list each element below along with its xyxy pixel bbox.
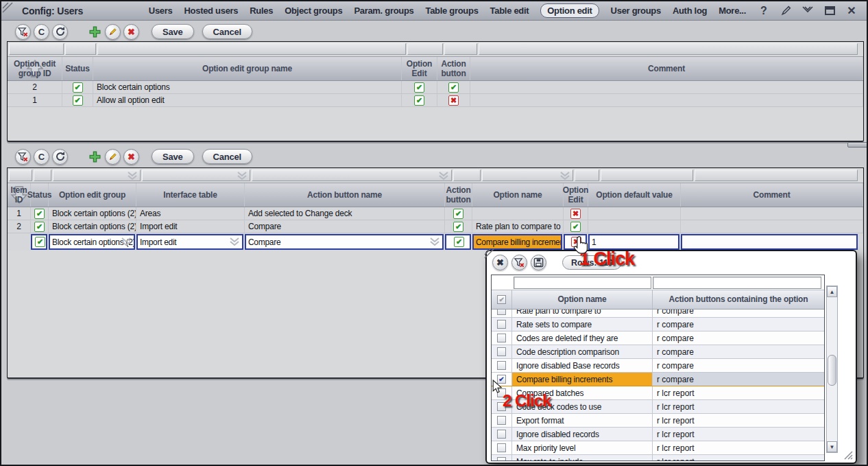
help-icon[interactable]: ?	[757, 4, 771, 18]
column-header-option-name[interactable]: Option name	[512, 290, 653, 309]
list-item[interactable]: Rate plan to compare tor compare	[492, 310, 824, 318]
column-header-action-button[interactable]: Action button	[445, 183, 472, 207]
menu-item-user-groups[interactable]: User groups	[611, 5, 661, 16]
list-item[interactable]: Rate sets to comparer compare	[492, 318, 824, 331]
list-item[interactable]: Ignore disabled Base recordsr compare	[492, 359, 824, 373]
chevron-down-icon[interactable]	[559, 172, 570, 180]
column-header-action-button[interactable]: Action button	[437, 57, 470, 80]
edit-default-value-input[interactable]: 1	[588, 234, 679, 250]
edit-icon[interactable]	[779, 4, 793, 18]
filter-cell[interactable]	[601, 170, 693, 181]
filter-cell[interactable]	[453, 170, 481, 181]
checkbox[interactable]	[497, 361, 506, 370]
menu-item-table-groups[interactable]: Table groups	[426, 5, 479, 16]
refresh-c-icon[interactable]: C	[34, 149, 49, 165]
list-item[interactable]: Export formatr lcr report	[492, 414, 824, 428]
list-item[interactable]: Max rate to includer lcr report	[492, 455, 824, 461]
filter-input[interactable]	[514, 277, 651, 289]
edit-option-name-select[interactable]: Compare billing increments	[472, 234, 562, 250]
list-item[interactable]: Code description comparisonr compare	[492, 345, 824, 359]
filter-cell[interactable]	[252, 170, 452, 181]
chevron-down-icon[interactable]	[127, 172, 138, 180]
chevron-down-icon[interactable]	[121, 237, 132, 246]
filter-cell[interactable]	[407, 43, 443, 55]
refresh-icon[interactable]	[52, 149, 68, 165]
checkbox[interactable]	[497, 443, 506, 452]
close-icon[interactable]: ✕	[845, 4, 858, 18]
chevron-down-icon[interactable]	[237, 172, 248, 180]
column-header-action-buttons[interactable]: Action buttons containing the option	[653, 290, 824, 309]
column-header-group[interactable]: Option edit group	[49, 183, 136, 207]
column-header-group-name[interactable]: Option edit group name	[93, 57, 402, 80]
edit-comment-input[interactable]	[681, 234, 858, 250]
checkbox[interactable]	[497, 320, 506, 329]
checkbox[interactable]	[497, 416, 506, 425]
column-header-option-edit[interactable]: Option Edit	[402, 57, 437, 80]
filter-cell[interactable]	[695, 170, 858, 181]
scroll-down-icon[interactable]: ▼	[827, 441, 837, 452]
window-icon[interactable]	[823, 4, 836, 18]
edit-status-checkbox[interactable]: ✔	[31, 234, 47, 250]
filter-cell[interactable]	[34, 170, 51, 181]
menu-item-option-edit[interactable]: Option edit	[540, 3, 599, 18]
column-header-status[interactable]: Status	[62, 57, 93, 80]
clear-filter-icon[interactable]	[15, 149, 31, 165]
edit-icon[interactable]	[105, 149, 121, 165]
list-item[interactable]: Ignore disabled recordsr lcr report	[492, 428, 824, 441]
cancel-button[interactable]: Cancel	[202, 24, 252, 39]
filter-cell[interactable]	[142, 170, 250, 181]
chevron-down-icon[interactable]	[429, 237, 440, 246]
dialog-resize-grip-icon[interactable]	[843, 450, 853, 460]
filter-cell[interactable]	[444, 43, 477, 55]
menu-item-param-groups[interactable]: Param. groups	[354, 5, 413, 16]
menu-item-more[interactable]: More...	[719, 5, 746, 16]
menu-item-auth-log[interactable]: Auth log	[673, 5, 707, 16]
save-button[interactable]: Save	[152, 24, 194, 39]
column-header-comment[interactable]: Comment	[681, 183, 863, 207]
column-header-option-edit[interactable]: Option Edit	[564, 183, 588, 207]
refresh-icon[interactable]	[52, 24, 68, 40]
column-header-checked[interactable]: ✔	[492, 290, 512, 309]
column-header-interface-table[interactable]: Interface table	[136, 183, 245, 207]
filter-cell[interactable]	[479, 43, 858, 55]
column-header-default-value[interactable]: Option default value	[588, 183, 681, 207]
edit-icon[interactable]	[105, 24, 121, 40]
scroll-up-icon[interactable]: ▲	[827, 286, 837, 297]
filter-cell[interactable]	[53, 170, 141, 181]
cancel-button[interactable]: Cancel	[202, 149, 252, 164]
panel-resize-handle[interactable]	[847, 142, 868, 148]
edit-action-button-checkbox[interactable]: ✔	[445, 234, 471, 250]
table-row[interactable]: 1 ✔ Block certain options (2) Areas Add …	[8, 207, 863, 220]
save-icon[interactable]	[531, 255, 546, 270]
clear-filter-icon[interactable]	[15, 24, 31, 40]
column-header-action-button-name[interactable]: Action button name	[245, 183, 445, 207]
menu-item-users[interactable]: Users	[149, 5, 173, 16]
menu-item-rules[interactable]: Rules	[250, 5, 273, 16]
list-item-selected[interactable]: ✔Compare billing incrementsr compare	[492, 373, 824, 386]
checkbox[interactable]	[497, 310, 506, 315]
checkbox[interactable]	[497, 347, 506, 356]
chevron-down-icon[interactable]	[229, 237, 240, 246]
window-grip-icon[interactable]	[2, 2, 14, 14]
filter-cell[interactable]	[575, 170, 599, 181]
list-item[interactable]: Codes are deleted if they arer compare	[492, 331, 824, 345]
filter-input[interactable]	[653, 277, 821, 289]
column-header-status[interactable]: Status	[31, 183, 49, 207]
edit-interface-table-select[interactable]: Import edit	[136, 234, 243, 250]
filter-icon[interactable]	[801, 4, 815, 18]
column-header-comment[interactable]: Comment	[470, 57, 863, 80]
column-header-option-name[interactable]: Option name	[472, 183, 564, 207]
filter-cell[interactable]	[9, 43, 64, 55]
menu-item-table-edit[interactable]: Table edit	[490, 5, 529, 16]
close-icon[interactable]: ✖	[492, 255, 508, 270]
checkbox[interactable]	[497, 334, 506, 342]
column-header-group-id[interactable]: Option edit group ID	[8, 57, 62, 80]
edit-group-select[interactable]: Block certain options (2)	[49, 234, 135, 250]
filter-cell[interactable]	[97, 43, 406, 55]
scrollbar[interactable]: ▲ ▼	[826, 286, 838, 453]
save-button[interactable]: Save	[152, 149, 194, 164]
table-row[interactable]: 1 ✔ Allow all option edit ✔ ✖	[8, 94, 863, 107]
refresh-c-icon[interactable]: C	[34, 24, 49, 40]
menu-item-hosted-users[interactable]: Hosted users	[184, 5, 238, 16]
filter-cell[interactable]	[65, 43, 96, 55]
